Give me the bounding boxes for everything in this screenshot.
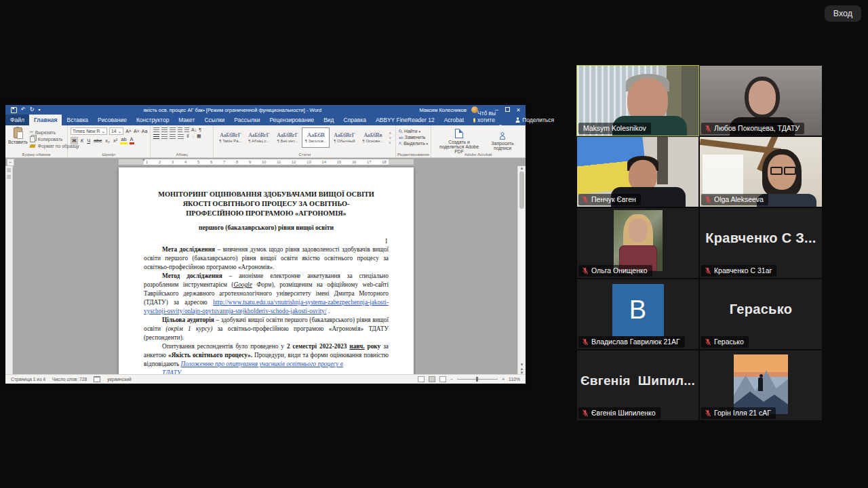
shrink-font-icon[interactable]: А˅ xyxy=(134,129,140,134)
zoom-slider[interactable] xyxy=(457,379,498,380)
participant-tile-maksym-kolesnikov[interactable]: Maksym Kolesnikov xyxy=(577,66,698,136)
tab-draw[interactable]: Рисование xyxy=(93,115,132,125)
vertical-scrollbar[interactable]: ▲ ▼ ▲ ▼ xyxy=(517,166,526,375)
web-layout-icon[interactable] xyxy=(439,376,446,382)
borders-icon[interactable]: ▦ xyxy=(197,134,201,139)
underline-button[interactable]: Ч xyxy=(86,138,91,144)
tab-insert[interactable]: Вставка xyxy=(62,115,93,125)
document-page[interactable]: МОНІТОРИНГ ОЦІНЮВАННЯ ЗДОБУВАЧАМИ ВИЩОЇ … xyxy=(119,167,414,375)
superscript-button[interactable]: x² xyxy=(113,138,118,144)
scroll-up-icon[interactable]: ▲ xyxy=(520,166,524,170)
group-label: Стили xyxy=(214,152,395,157)
align-center-icon[interactable] xyxy=(161,134,167,139)
numbered-list-icon[interactable] xyxy=(161,127,167,132)
create-pdf-button[interactable]: Создать и поделиться Adobe PDF xyxy=(438,129,480,154)
select-button[interactable]: ⇱ Выделить▾ xyxy=(399,141,428,146)
print-layout-icon[interactable] xyxy=(429,376,435,382)
multilevel-list-icon[interactable] xyxy=(170,127,176,132)
paste-button[interactable]: Вставить xyxy=(8,127,28,144)
close-icon[interactable]: ✕ xyxy=(515,107,521,113)
tab-layout[interactable]: Макет xyxy=(174,115,199,125)
change-case-icon[interactable]: Аа xyxy=(142,129,148,134)
participant-tile-olga-alekseeva[interactable]: Olga Alekseeva xyxy=(700,137,822,207)
style-no-spacing[interactable]: АаБбВгГ ¶ Без инт... xyxy=(273,127,301,148)
tab-design[interactable]: Конструктор xyxy=(132,115,174,125)
doc-title-line: ЯКОСТІ ОСВІТНЬОГО ПРОЦЕСУ ЗА ОСВІТНЬО- xyxy=(144,199,389,209)
align-right-icon[interactable] xyxy=(170,134,176,139)
tab-view[interactable]: Вид xyxy=(319,115,338,125)
font-size-select[interactable]: 14 ⌄ xyxy=(109,127,123,135)
ruler-corner-icon[interactable]: ⌐ xyxy=(7,159,14,166)
word-statusbar: Страница 1 из 4 Число слов: 728 украинск… xyxy=(5,374,526,384)
bullet-list-icon[interactable] xyxy=(153,127,159,132)
spellcheck-icon[interactable] xyxy=(94,376,100,382)
justify-icon[interactable] xyxy=(178,134,184,139)
join-button[interactable]: Вход xyxy=(825,5,861,22)
participant-tile-yevheniia-shypylenko[interactable]: Євгенія Шипил... Євгенія Шипиленко xyxy=(577,350,698,420)
participant-tile-herasko[interactable]: Герасько Герасько xyxy=(700,279,822,349)
style-paragraph[interactable]: АаБбВгГ ¶ Абзац с... xyxy=(245,127,273,148)
style-normal[interactable]: АаБбВгГ ¶ Обычный xyxy=(330,127,358,148)
participant-tile-lyubov-pokoptseva[interactable]: Любов Покопцева, ТДАТУ xyxy=(700,66,822,136)
horizontal-ruler[interactable]: ⌐ 123456789101112131415161718 xyxy=(5,158,526,166)
show-marks-icon[interactable]: ¶ xyxy=(199,127,201,132)
person-icon xyxy=(515,117,520,123)
styles-gallery-arrows[interactable]: ∧∨≡ xyxy=(387,131,393,144)
left-scroll-strip[interactable] xyxy=(5,166,13,375)
undo-icon[interactable]: ↶ xyxy=(21,107,26,113)
tab-acrobat[interactable]: Acrobat xyxy=(439,115,469,125)
shading-icon[interactable]: ◌ xyxy=(192,134,195,139)
read-mode-icon[interactable] xyxy=(418,376,425,382)
zoom-level[interactable]: 110% xyxy=(509,377,520,382)
font-color-button[interactable]: А xyxy=(130,136,134,144)
subscript-button[interactable]: x₂ xyxy=(104,138,111,144)
restore-icon[interactable] xyxy=(505,107,511,113)
bold-button[interactable]: Ж xyxy=(71,137,78,144)
request-signatures-button[interactable]: Запросить подписи xyxy=(487,132,518,150)
zoom-slider-thumb[interactable] xyxy=(476,377,478,382)
increase-indent-icon[interactable] xyxy=(184,127,189,132)
sort-icon[interactable]: А↓ xyxy=(191,127,197,132)
save-icon[interactable] xyxy=(11,107,17,113)
page-indicator[interactable]: Страница 1 из 4 xyxy=(11,377,45,382)
language-indicator[interactable]: украинский xyxy=(107,377,131,382)
participant-tile-horin-illia[interactable]: Горін Ілля 21 сАГ xyxy=(700,350,822,420)
tab-help[interactable]: Справка xyxy=(339,115,371,125)
tab-file[interactable]: Файл xyxy=(5,115,29,125)
tab-references[interactable]: Ссылки xyxy=(199,115,229,125)
zoom-in-icon[interactable]: + xyxy=(502,377,505,382)
decrease-indent-icon[interactable] xyxy=(178,127,182,132)
style-body[interactable]: АаБбВв ¶ Основн... xyxy=(359,127,387,148)
account-name[interactable]: Максим Колесников xyxy=(419,107,467,113)
find-button[interactable]: Найти▾ xyxy=(399,129,428,134)
grow-font-icon[interactable]: А˄ xyxy=(125,129,132,134)
word-window: ↶ ↻ ▾ якість осв. процес АГ бак• [Режим … xyxy=(5,105,526,384)
replace-button[interactable]: ab Заменить xyxy=(399,135,428,140)
participant-tile-penchuk-yevhen[interactable]: Пенчук Євген xyxy=(577,137,698,207)
strikethrough-button[interactable]: abc xyxy=(93,138,102,144)
tell-me-box[interactable]: Что вы хотите сделать? xyxy=(469,115,509,125)
screen: { "meeting": { "join_label": "Вход", "pa… xyxy=(0,0,868,488)
ruler-left-margin xyxy=(119,159,144,165)
tab-mailings[interactable]: Рассылки xyxy=(229,115,264,125)
italic-button[interactable]: К xyxy=(80,138,84,144)
qat-customize-icon[interactable]: ▾ xyxy=(38,108,40,112)
zoom-out-icon[interactable]: − xyxy=(450,377,453,382)
highlight-color-button[interactable]: ab xyxy=(120,136,127,144)
participant-tile-kravchenko[interactable]: Кравченко С З... Кравченко С 31аг xyxy=(700,208,822,278)
word-count[interactable]: Число слов: 728 xyxy=(52,377,87,382)
tab-review[interactable]: Рецензирование xyxy=(265,115,319,125)
redo-icon[interactable]: ↻ xyxy=(30,107,35,113)
participant-tile-vladyslav-havryliuk[interactable]: В Владислав Гаврилюк 21АГ xyxy=(577,279,698,349)
style-heading[interactable]: АаБбВ ¶ Заголов... xyxy=(302,127,330,148)
line-spacing-icon[interactable]: ⇕ xyxy=(186,134,190,139)
scrollbar-thumb[interactable] xyxy=(519,171,524,209)
share-button[interactable]: Поделиться xyxy=(509,115,560,125)
tab-home[interactable]: Главная xyxy=(29,115,62,125)
participant-tile-olha-onyshchenko[interactable]: Ольга Онищенко xyxy=(577,208,698,278)
align-left-icon[interactable] xyxy=(153,134,159,139)
style-table-paragraph[interactable]: АаБбВгГ ¶ Table Pa... xyxy=(216,127,244,148)
font-family-select[interactable]: Times New R ⌄ xyxy=(71,127,107,135)
text-cursor: I xyxy=(385,237,387,245)
tab-abbyy[interactable]: ABBYY FineReader 12 xyxy=(371,115,439,125)
